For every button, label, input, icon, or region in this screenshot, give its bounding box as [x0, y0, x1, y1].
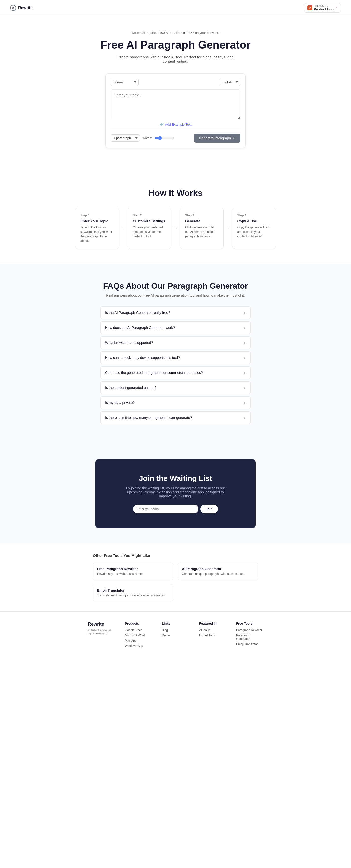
tool-item-1-desc: Generate unique paragraphs with custom t… — [182, 572, 254, 576]
step-1-card: Step 1 Enter Your Topic Type in the topi… — [75, 208, 119, 249]
faq-chevron-7: ∨ — [244, 416, 246, 420]
tool-card: Formal Casual Professional Academic Crea… — [105, 73, 246, 148]
faq-item-7: Is there a limit to how many paragraphs … — [100, 411, 251, 424]
step-3-desc: Click generate and let our AI create a u… — [185, 225, 218, 239]
step-1-title: Enter Your Topic — [81, 219, 114, 223]
faq-question-5[interactable]: Is the content generated unique? ∨ — [100, 382, 251, 394]
tool-item-single-desc: Translate text to emojis or decode emoji… — [97, 593, 169, 597]
product-hunt-badge[interactable]: P FIND US ON Product Hunt ↑ — [304, 3, 341, 12]
how-title: How It Works — [5, 188, 346, 198]
ph-icon: P — [308, 5, 312, 10]
steps-grid: Step 1 Enter Your Topic Type in the topi… — [75, 208, 276, 249]
faq-question-7-text: Is there a limit to how many paragraphs … — [105, 416, 192, 420]
step-3-title: Generate — [185, 219, 218, 223]
hero-section: No email required. 100% free. Run a 100%… — [0, 16, 351, 173]
step-1-num: Step 1 — [81, 214, 114, 217]
tone-select[interactable]: Formal Casual Professional Academic Crea… — [111, 79, 139, 86]
link-icon: 🔗 — [160, 123, 164, 126]
tool-item-0-title: Free Paragraph Rewriter — [97, 567, 169, 571]
step-4-num: Step 4 — [237, 214, 271, 217]
tool-item-single[interactable]: Emoji Translator Translate text to emoji… — [93, 584, 174, 601]
faq-question-4[interactable]: Can I use the generated paragraphs for c… — [100, 367, 251, 379]
step-2-card: Step 2 Customize Settings Choose your pr… — [127, 208, 172, 249]
footer-copyright: © 2024 Rewrite. All rights reserved. — [88, 629, 115, 635]
language-select[interactable]: English Spanish French German — [218, 79, 240, 86]
footer-link-paragraph-rewriter[interactable]: Paragraph Rewriter — [236, 628, 263, 632]
footer-link-aitoolly[interactable]: AIToolly — [199, 628, 226, 632]
logo[interactable]: ⊙ Rewrite — [10, 5, 33, 11]
faq-item-2: What browsers are supported? ∨ — [100, 336, 251, 349]
add-example-button[interactable]: 🔗 Add Example Text — [160, 123, 192, 126]
tool-item-1-title: AI Paragraph Generator — [182, 567, 254, 571]
footer-link-blog[interactable]: Blog — [162, 628, 189, 632]
logo-icon: ⊙ — [10, 5, 16, 11]
footer-col-products-title: Products — [125, 622, 152, 625]
arrow-3: → — [224, 208, 232, 249]
footer-col-featured-title: Featured In — [199, 622, 226, 625]
faq-chevron-2: ∨ — [244, 341, 246, 344]
faq-question-0-text: Is the AI Paragraph Generator really fre… — [105, 311, 170, 314]
faq-chevron-5: ∨ — [244, 386, 246, 390]
footer-link-microsoft-word[interactable]: Microsoft Word — [125, 633, 152, 637]
step-3-card: Step 3 Generate Click generate and let o… — [180, 208, 224, 249]
footer-link-demo[interactable]: Demo — [162, 633, 189, 637]
footer-link-fun-ai[interactable]: Fun AI Tools — [199, 633, 226, 637]
join-section: Join the Waiting List By joining the wai… — [95, 459, 256, 528]
step-3-num: Step 3 — [185, 214, 218, 217]
faq-question-1[interactable]: How does the AI Paragraph Generator work… — [100, 321, 251, 334]
tools-grid: Free Paragraph Rewriter Rewrite any text… — [93, 563, 258, 580]
hero-description: Create paragraphs with our free AI tool.… — [113, 55, 238, 63]
arrow-2: → — [171, 208, 180, 249]
footer-link-emoji-translator[interactable]: Emoji Translator — [236, 642, 263, 646]
hero-subtitle: No email required. 100% free. Run a 100%… — [5, 31, 346, 35]
tool-card-bottom: 1 paragraph 2 paragraphs 3 paragraphs 4 … — [111, 130, 240, 143]
generate-button[interactable]: Generate Paragraph ✦ — [194, 134, 240, 143]
footer-top: Rewrite © 2024 Rewrite. All rights reser… — [88, 622, 263, 649]
faq-question-3[interactable]: How can I check if my device supports th… — [100, 351, 251, 364]
footer-col-links-title: Links — [162, 622, 189, 625]
step-4-desc: Copy the generated text and use it in yo… — [237, 225, 271, 239]
tool-item-0[interactable]: Free Paragraph Rewriter Rewrite any text… — [93, 563, 174, 580]
other-tools-title: Other Free Tools You Might Like — [93, 554, 258, 558]
tool-card-top: Formal Casual Professional Academic Crea… — [111, 79, 240, 86]
footer-link-windows-app[interactable]: Windows App — [125, 644, 152, 648]
words-slider[interactable] — [154, 136, 175, 140]
faq-question-2-text: What browsers are supported? — [105, 341, 153, 345]
arrow-1: → — [119, 208, 127, 249]
faq-question-0[interactable]: Is the AI Paragraph Generator really fre… — [100, 307, 251, 318]
footer-link-google-docs[interactable]: Google Docs — [125, 628, 152, 632]
footer-col-free-tools: Free Tools Paragraph Rewriter Paragraph … — [236, 622, 263, 649]
logo-text: Rewrite — [18, 5, 33, 10]
faq-chevron-1: ∨ — [244, 326, 246, 329]
paragraph-count-select[interactable]: 1 paragraph 2 paragraphs 3 paragraphs 4 … — [111, 134, 140, 142]
faq-question-2[interactable]: What browsers are supported? ∨ — [100, 337, 251, 349]
faq-item-1: How does the AI Paragraph Generator work… — [100, 321, 251, 334]
add-example-label: Add Example Text — [165, 123, 192, 126]
footer-link-mac-app[interactable]: Mac App — [125, 639, 152, 642]
faq-question-7[interactable]: Is there a limit to how many paragraphs … — [100, 412, 251, 424]
step-2-title: Customize Settings — [133, 219, 166, 223]
join-email-input[interactable] — [133, 505, 198, 514]
faq-question-3-text: How can I check if my device supports th… — [105, 355, 180, 360]
faq-section: FAQs About Our Paragraph Generator Find … — [0, 264, 351, 444]
faq-question-6[interactable]: Is my data private? ∨ — [100, 397, 251, 409]
tool-item-1[interactable]: AI Paragraph Generator Generate unique p… — [177, 563, 258, 580]
generate-label: Generate Paragraph — [199, 136, 231, 140]
join-button[interactable]: Join — [200, 505, 218, 514]
hero-title: Free AI Paragraph Generator — [5, 38, 346, 51]
footer-col-free-tools-title: Free Tools — [236, 622, 263, 625]
join-title: Join the Waiting List — [100, 474, 251, 483]
generate-icon: ✦ — [232, 136, 235, 140]
topic-input[interactable] — [111, 89, 240, 120]
faq-title: FAQs About Our Paragraph Generator — [5, 281, 346, 291]
ph-arrow: ↑ — [336, 6, 338, 10]
footer-link-paragraph-generator[interactable]: Paragraph Generator — [236, 633, 263, 641]
footer-brand: Rewrite © 2024 Rewrite. All rights reser… — [88, 622, 115, 649]
tool-item-0-desc: Rewrite any text with AI assistance — [97, 572, 169, 576]
faq-chevron-3: ∨ — [244, 356, 246, 360]
bottom-left-controls: 1 paragraph 2 paragraphs 3 paragraphs 4 … — [111, 134, 175, 142]
faq-question-5-text: Is the content generated unique? — [105, 386, 156, 390]
faq-item-4: Can I use the generated paragraphs for c… — [100, 366, 251, 379]
faq-chevron-4: ∨ — [244, 371, 246, 374]
step-4-card: Step 4 Copy & Use Copy the generated tex… — [232, 208, 276, 249]
